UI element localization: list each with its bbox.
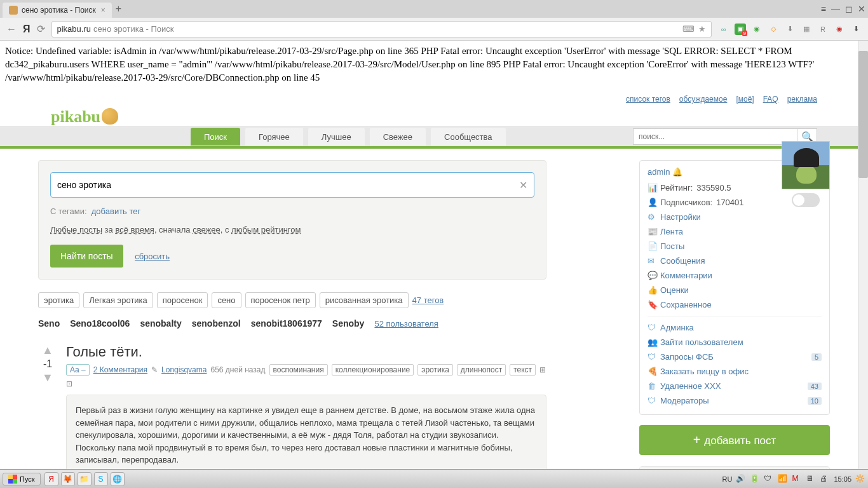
task-app-other[interactable]: 🌐 <box>111 472 125 486</box>
user-link[interactable]: Seno <box>38 318 60 329</box>
user-avatar[interactable] <box>782 141 830 189</box>
posts-link[interactable]: Посты <box>660 241 822 251</box>
back-button[interactable]: ← <box>6 24 17 35</box>
tray-icon[interactable]: 🔆 <box>855 474 865 484</box>
user-link[interactable]: Seno18cool06 <box>70 318 130 329</box>
saved-link[interactable]: Сохраненное <box>660 300 822 309</box>
lang-indicator[interactable]: RU <box>722 475 733 483</box>
tag-chip[interactable]: эротика <box>38 292 79 308</box>
tag-chip[interactable]: рисованная эротика <box>320 292 409 308</box>
more-users-link[interactable]: 52 пользователя <box>374 319 438 329</box>
new-tab-button[interactable]: + <box>116 3 121 15</box>
top-link-tags[interactable]: список тегов <box>626 95 670 104</box>
ext-icon-8[interactable]: ◉ <box>834 24 845 35</box>
post-tag[interactable]: текст <box>510 364 536 376</box>
moderators-link[interactable]: Модераторы <box>660 396 804 405</box>
messages-link[interactable]: Сообщения <box>660 256 822 266</box>
top-link-discussed[interactable]: обсуждаемое <box>679 95 728 104</box>
top-link-faq[interactable]: FAQ <box>763 95 778 104</box>
ext-icon-4[interactable]: ◇ <box>768 24 779 35</box>
tab-close-icon[interactable]: × <box>101 6 105 15</box>
tray-icon[interactable]: 🔋 <box>750 474 760 484</box>
scrollbar[interactable] <box>858 41 868 469</box>
font-size-chip[interactable]: Aa – <box>66 364 90 376</box>
post-tag[interactable]: коллекционирование <box>332 364 414 376</box>
tag-chip[interactable]: поросенок <box>157 292 208 308</box>
downvote-icon[interactable]: ▼ <box>38 371 57 384</box>
ratings-link[interactable]: Оценки <box>660 285 822 295</box>
task-app-explorer[interactable]: 📁 <box>78 472 92 486</box>
ext-icon-2[interactable]: ▣9 <box>735 24 746 35</box>
tag-chip[interactable]: Легкая эротика <box>83 292 153 308</box>
nav-tab-hot[interactable]: Горячее <box>245 128 303 146</box>
search-query-input[interactable] <box>57 180 519 190</box>
more-icon[interactable]: ⊡ <box>66 379 72 388</box>
nav-tab-best[interactable]: Лучшее <box>308 128 365 146</box>
more-tags-link[interactable]: 47 тегов <box>412 295 444 305</box>
nav-tab-search[interactable]: Поиск <box>191 128 240 146</box>
download-icon[interactable]: ⬇ <box>850 24 862 35</box>
deleted-link[interactable]: Удаленное XXX <box>660 381 804 391</box>
reset-link[interactable]: сбросить <box>135 252 170 261</box>
top-link-ads[interactable]: реклама <box>787 95 817 104</box>
tray-icon[interactable]: 🖥 <box>806 474 816 484</box>
tray-icon[interactable]: 🖨 <box>820 474 830 484</box>
comments-link[interactable]: 2 Комментария <box>93 365 147 374</box>
yandex-icon[interactable]: Я <box>23 24 31 35</box>
feed-link[interactable]: Лента <box>660 227 822 236</box>
task-app-skype[interactable]: S <box>94 472 108 486</box>
bookmark-star-icon[interactable]: ★ <box>698 24 706 34</box>
ext-icon-1[interactable]: ∞ <box>718 24 729 35</box>
start-button[interactable]: Пуск <box>3 473 41 485</box>
ext-icon-7[interactable]: R <box>817 24 829 35</box>
admin-link[interactable]: Админка <box>660 323 822 332</box>
tray-icon[interactable]: 📶 <box>778 474 788 484</box>
post-tag[interactable]: воспоминания <box>269 364 328 376</box>
user-link[interactable]: senobit18061977 <box>251 318 322 329</box>
address-bar[interactable]: pikabu.ru сено эротика - Поиск ⌨ ★ <box>51 21 712 37</box>
settings-link[interactable]: Настройки <box>660 212 822 222</box>
user-link[interactable]: senobenzol <box>192 318 241 329</box>
task-app-firefox[interactable]: 🦊 <box>61 472 75 486</box>
post-title[interactable]: Голые тёти. <box>66 344 546 360</box>
tray-icon[interactable]: M <box>792 474 802 484</box>
bell-icon[interactable]: 🔔 <box>672 167 682 177</box>
user-link[interactable]: senobalty <box>140 318 181 329</box>
ext-icon-3[interactable]: ◉ <box>751 24 763 35</box>
top-link-mine[interactable]: [моё] <box>736 95 754 104</box>
clear-icon[interactable]: ✕ <box>519 179 527 191</box>
maximize-icon[interactable]: ◻ <box>845 4 853 14</box>
toggle-switch[interactable] <box>792 193 820 207</box>
user-link[interactable]: Senoby <box>332 318 365 329</box>
clock[interactable]: 15:05 <box>834 475 851 483</box>
username[interactable]: admin <box>648 167 670 177</box>
login-as-link[interactable]: Зайти пользователем <box>660 337 822 347</box>
nav-tab-fresh[interactable]: Свежее <box>370 128 426 146</box>
save-icon[interactable]: ⊞ <box>539 365 546 374</box>
post-tag[interactable]: эротика <box>417 364 453 376</box>
tag-chip[interactable]: сено <box>212 292 241 308</box>
add-post-button[interactable]: +добавить пост <box>639 425 830 455</box>
add-tag-link[interactable]: добавить тег <box>92 207 140 216</box>
browser-tab[interactable]: сено эротика - Поиск × <box>3 3 112 18</box>
minimize-icon[interactable]: — <box>831 4 840 14</box>
upvote-icon[interactable]: ▲ <box>38 344 57 357</box>
keyboard-icon[interactable]: ⌨ <box>682 24 695 34</box>
find-posts-button[interactable]: Найти посты <box>50 245 123 268</box>
reload-button[interactable]: ⟳ <box>37 23 45 35</box>
ext-icon-5[interactable]: ⬇ <box>784 24 796 35</box>
menu-icon[interactable]: ≡ <box>821 4 826 14</box>
nav-search-input[interactable] <box>634 132 797 141</box>
tray-icon[interactable]: 🛡 <box>764 474 774 484</box>
pizza-link[interactable]: Заказать пиццу в офис <box>660 367 822 376</box>
author-link[interactable]: Longisqvama <box>161 365 207 374</box>
nav-tab-communities[interactable]: Сообщества <box>431 128 506 146</box>
comments-link[interactable]: Комментарии <box>660 271 822 280</box>
fsb-link[interactable]: Запросы ФСБ <box>660 352 808 362</box>
ext-icon-6[interactable]: ▦ <box>801 24 812 35</box>
close-window-icon[interactable]: ✕ <box>858 4 865 14</box>
task-app-yandex[interactable]: Я <box>44 472 58 486</box>
post-tag[interactable]: длиннопост <box>457 364 506 376</box>
tag-chip[interactable]: поросенок петр <box>245 292 316 308</box>
site-logo[interactable]: pikabu <box>51 107 118 126</box>
